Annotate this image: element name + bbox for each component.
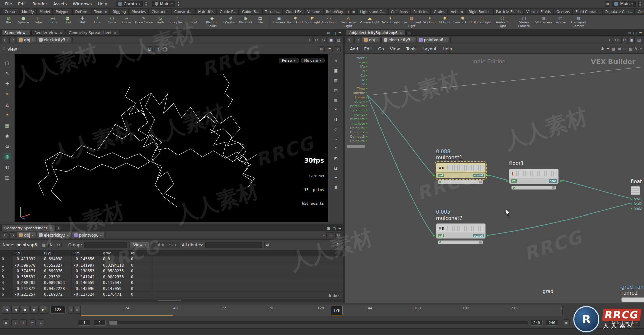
jump-to-operator-icon[interactable]: ↦: [313, 37, 319, 43]
network-grid-icon[interactable]: ▦: [612, 47, 615, 51]
output-connector-icon[interactable]: [366, 75, 368, 76]
shelf-tab[interactable]: Model: [37, 9, 53, 14]
camera-link-icon[interactable]: ▣: [328, 37, 334, 43]
view-tool-icon[interactable]: ◍: [3, 153, 11, 160]
output-connector-icon[interactable]: [366, 92, 368, 94]
pin-icon[interactable]: ⊙: [56, 242, 62, 248]
input-connector-icon[interactable]: [631, 203, 632, 205]
shelf-tool[interactable]: ✶ Point Light: [287, 15, 304, 29]
close-icon[interactable]: ×: [400, 31, 402, 35]
horizontal-scrollbar[interactable]: [0, 299, 343, 302]
shelf-tool[interactable]: ✚ Null: [75, 15, 90, 29]
output-connector-icon[interactable]: [366, 83, 368, 85]
output-connector-icon[interactable]: [366, 136, 368, 137]
float-output[interactable]: fval2: [631, 201, 644, 206]
menu-item[interactable]: Go: [375, 45, 387, 53]
shelf-tab[interactable]: Guide B...: [239, 9, 262, 14]
animation-toggle-icon[interactable]: ◇: [11, 319, 18, 326]
shelf-tab[interactable]: Particle Fluids: [493, 9, 523, 14]
shelf-tool[interactable]: T Font: [186, 15, 201, 29]
frame-range-slider[interactable]: [108, 321, 528, 324]
color-palette-icon[interactable]: ▧: [629, 47, 632, 51]
output-connector-icon[interactable]: [366, 114, 368, 115]
shelf-tool[interactable]: ☼ Sky Light: [422, 15, 437, 29]
table-row[interactable]: 0 -0.411832 0.694038 -0.143656 0.0 0: [0, 256, 343, 262]
shade-toggle-icon[interactable]: ◑: [332, 116, 340, 122]
shelf-tab[interactable]: Texture: [92, 9, 110, 14]
column-header[interactable]: id: [129, 250, 153, 256]
menu-item[interactable]: Help: [440, 45, 455, 53]
range-end-input[interactable]: 240: [546, 320, 558, 326]
menu-item[interactable]: Edit: [361, 45, 375, 53]
intrinsics-dropdown[interactable]: Intrinsics▾: [152, 242, 180, 248]
output-connector-icon[interactable]: [366, 70, 368, 72]
paint-tool-icon[interactable]: ✎: [3, 90, 11, 98]
node-ramp1[interactable]: grad_ram ramp1: [621, 284, 644, 302]
global-param[interactable]: OpInput3: [346, 134, 368, 139]
viewport-3d[interactable]: Persp▾ No cam▾ 30fps 32.95ms 13 prims 65…: [15, 54, 328, 222]
shelf-tool[interactable]: ▣ Camera: [272, 15, 287, 29]
shelf-tool[interactable]: Ψ L-System: [223, 15, 238, 29]
global-param[interactable]: TimeInc: [346, 91, 368, 95]
display-options-icon[interactable]: ≣: [332, 175, 340, 181]
node-mulconst2[interactable]: 0.005 mulconst2 ×n val scaled: [436, 209, 486, 244]
output-connector-icon[interactable]: [366, 79, 368, 81]
camera-link-icon[interactable]: ▣: [629, 37, 635, 43]
output-connector-icon[interactable]: [366, 105, 368, 107]
perspective-select[interactable]: Persp▾: [279, 58, 299, 63]
shelf-tool[interactable]: ◎ Torus: [46, 15, 60, 29]
shelf-tool[interactable]: ○ Circle: [105, 15, 119, 29]
path-dropdown[interactable]: ▾: [106, 232, 327, 238]
shelf-tool[interactable]: ● Sphere: [16, 15, 31, 29]
breadcrumb-item[interactable]: obj ▸: [17, 37, 36, 43]
shelf-tab[interactable]: Grains: [431, 9, 448, 14]
input-connector-icon[interactable]: [631, 198, 632, 200]
shelf-tool[interactable]: ∕ Line: [90, 15, 105, 29]
shelf-tool[interactable]: ▧ Box: [1, 15, 16, 29]
prev-key-button[interactable]: ◀: [11, 306, 20, 314]
wireframe-toggle-icon[interactable]: ◇: [332, 126, 340, 132]
path-dropdown[interactable]: ▾: [72, 37, 312, 43]
secure-select-icon[interactable]: ◻: [147, 46, 153, 52]
pane-tab[interactable]: Render View×: [31, 30, 65, 35]
desktop-stepper[interactable]: ▲▼: [144, 1, 148, 7]
global-param[interactable]: id: [346, 69, 368, 73]
network-canvas[interactable]: Indie Edition VEX Builder force age: [345, 54, 644, 303]
select-tool-icon[interactable]: ↖: [3, 69, 11, 77]
camera-select[interactable]: No cam▾: [301, 58, 325, 63]
output-connector-icon[interactable]: [366, 123, 368, 124]
shelf-tool[interactable]: ▥ VR Camera: [535, 15, 553, 29]
xray-toggle-icon[interactable]: ◪: [332, 165, 340, 171]
shelf-tab[interactable]: Volume: [305, 9, 323, 14]
shelf-tab[interactable]: Rigging: [110, 9, 129, 14]
shelf-tab[interactable]: Deform: [72, 9, 91, 14]
collapse-nodes-icon[interactable]: ⊟: [623, 47, 626, 51]
table-row[interactable]: 5 -0.243872 0.0452228 -0.143096 0.147059…: [0, 286, 343, 292]
pane-split-icon[interactable]: ⊞: [327, 31, 330, 35]
shelf-tab[interactable]: Populate Con...: [603, 9, 635, 14]
home-view-icon[interactable]: ⌂: [332, 58, 340, 64]
scene-select[interactable]: Main ▾: [152, 1, 175, 7]
shelf-tab[interactable]: Particles: [411, 9, 431, 14]
output-connector-icon[interactable]: [560, 180, 562, 182]
shelf-tab[interactable]: Viscous Fluids: [524, 9, 554, 14]
output-connector-icon[interactable]: [366, 88, 368, 89]
pane-menu-icon[interactable]: ≡: [639, 31, 642, 35]
shelf-tool[interactable]: ▯ Tube: [31, 15, 46, 29]
input-connector-icon[interactable]: [506, 180, 508, 182]
global-param[interactable]: OpInput1: [346, 126, 368, 130]
pane-handle-icon[interactable]: ⠿: [3, 47, 5, 51]
shelf-tab[interactable]: Terrain...: [262, 9, 283, 14]
shelf-tab[interactable]: Create: [2, 9, 19, 14]
pane-maximize-icon[interactable]: ▢: [332, 226, 336, 231]
shelf-tab[interactable]: Oceans: [554, 9, 572, 14]
column-header[interactable]: grad: [101, 250, 129, 256]
global-param[interactable]: Frame: [346, 95, 368, 99]
shelf-tab[interactable]: Vellum: [448, 9, 466, 14]
shelf-tool[interactable]: ◫ Stereo Camera: [513, 15, 535, 29]
output-connector-icon[interactable]: [366, 57, 368, 59]
view-mode-label[interactable]: View: [7, 47, 17, 52]
translate-tool-icon[interactable]: ✚: [3, 80, 11, 87]
global-param[interactable]: age: [346, 60, 368, 64]
attributes-input[interactable]: [205, 242, 262, 248]
